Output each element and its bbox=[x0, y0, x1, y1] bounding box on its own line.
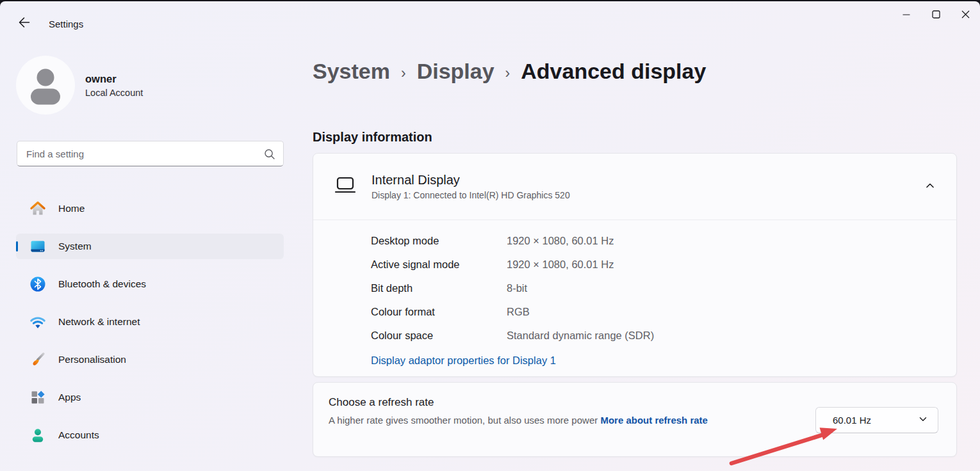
paintbrush-icon bbox=[29, 351, 47, 369]
apps-icon bbox=[29, 388, 47, 406]
refresh-rate-description-text: A higher rate gives smoother motion, but… bbox=[329, 415, 598, 426]
selection-accent-pill bbox=[16, 241, 18, 251]
sidebar-item-label: Bluetooth & devices bbox=[58, 278, 146, 290]
chevron-up-icon bbox=[924, 179, 936, 195]
person-icon bbox=[16, 54, 75, 116]
back-button[interactable] bbox=[12, 12, 37, 35]
sidebar-nav: Home System Bluetooth & devices bbox=[16, 196, 284, 460]
wifi-icon bbox=[29, 313, 47, 331]
settings-window: Settings owner Local Account bbox=[0, 1, 980, 471]
display-information-card: Internal Display Display 1: Connected to… bbox=[313, 153, 957, 377]
laptop-display-icon bbox=[334, 176, 357, 198]
detail-value: Standard dynamic range (SDR) bbox=[507, 330, 654, 342]
bluetooth-icon bbox=[29, 275, 47, 293]
more-about-refresh-rate-link[interactable]: More about refresh rate bbox=[600, 415, 708, 426]
breadcrumb-display[interactable]: Display bbox=[417, 59, 494, 84]
sidebar-item-bluetooth-devices[interactable]: Bluetooth & devices bbox=[16, 271, 284, 297]
detail-value: 8-bit bbox=[507, 282, 527, 294]
chevron-down-icon bbox=[917, 413, 929, 427]
accounts-icon bbox=[29, 426, 47, 444]
breadcrumb-separator: › bbox=[505, 61, 510, 82]
sidebar-item-apps[interactable]: Apps bbox=[16, 385, 284, 410]
breadcrumb-separator: › bbox=[401, 61, 406, 82]
account-type: Local Account bbox=[85, 88, 143, 98]
sidebar-item-label: Home bbox=[58, 203, 85, 214]
detail-label: Colour space bbox=[371, 330, 507, 342]
search-icon bbox=[264, 148, 275, 163]
detail-label: Desktop mode bbox=[371, 235, 507, 247]
sidebar-item-label: System bbox=[58, 241, 92, 252]
search-box bbox=[17, 141, 284, 166]
sidebar-item-label: Apps bbox=[58, 392, 81, 403]
refresh-rate-description: A higher rate gives smoother motion, but… bbox=[329, 413, 778, 428]
detail-row-bit-depth: Bit depth 8-bit bbox=[371, 276, 956, 300]
display-adaptor-properties-link[interactable]: Display adaptor properties for Display 1 bbox=[371, 355, 556, 367]
sidebar-item-label: Accounts bbox=[58, 429, 99, 441]
display-card-subtitle: Display 1: Connected to Intel(R) HD Grap… bbox=[372, 190, 570, 200]
detail-row-colour-space: Colour space Standard dynamic range (SDR… bbox=[371, 324, 956, 347]
detail-value: RGB bbox=[507, 306, 530, 318]
refresh-rate-value: 60.01 Hz bbox=[833, 415, 871, 426]
detail-row-active-signal-mode: Active signal mode 1920 × 1080, 60.01 Hz bbox=[371, 253, 956, 276]
refresh-rate-dropdown[interactable]: 60.01 Hz bbox=[815, 407, 938, 433]
app-title: Settings bbox=[49, 19, 83, 29]
breadcrumb-system[interactable]: System bbox=[313, 59, 390, 84]
system-icon bbox=[29, 237, 47, 255]
detail-row-colour-format: Colour format RGB bbox=[371, 300, 956, 324]
account-name: owner bbox=[85, 73, 143, 85]
sidebar-item-personalisation[interactable]: Personalisation bbox=[16, 347, 284, 372]
detail-label: Active signal mode bbox=[371, 259, 507, 271]
home-icon bbox=[29, 200, 47, 218]
avatar bbox=[16, 56, 75, 115]
close-icon bbox=[961, 10, 970, 21]
sidebar-item-system[interactable]: System bbox=[16, 234, 284, 259]
breadcrumb: System › Display › Advanced display bbox=[313, 59, 706, 84]
sidebar-item-home[interactable]: Home bbox=[16, 196, 284, 221]
detail-label: Colour format bbox=[371, 306, 507, 318]
sidebar-item-network-internet[interactable]: Network & internet bbox=[16, 309, 284, 335]
refresh-rate-card: Choose a refresh rate A higher rate give… bbox=[313, 382, 957, 457]
sidebar-item-label: Network & internet bbox=[58, 316, 140, 328]
display-card-title: Internal Display bbox=[372, 173, 570, 188]
collapse-button[interactable] bbox=[919, 176, 941, 198]
main-content: System › Display › Advanced display Disp… bbox=[313, 1, 957, 471]
section-heading: Display information bbox=[313, 130, 432, 145]
page-title: Advanced display bbox=[521, 59, 706, 84]
detail-value: 1920 × 1080, 60.01 Hz bbox=[507, 259, 614, 271]
back-arrow-icon bbox=[17, 15, 31, 32]
detail-row-desktop-mode: Desktop mode 1920 × 1080, 60.01 Hz bbox=[371, 229, 956, 253]
account-header[interactable]: owner Local Account bbox=[16, 56, 143, 115]
search-input[interactable] bbox=[17, 141, 283, 166]
sidebar-item-accounts[interactable]: Accounts bbox=[16, 422, 284, 448]
detail-value: 1920 × 1080, 60.01 Hz bbox=[507, 235, 614, 247]
internal-display-header[interactable]: Internal Display Display 1: Connected to… bbox=[313, 154, 956, 220]
detail-label: Bit depth bbox=[371, 282, 507, 294]
sidebar-item-label: Personalisation bbox=[58, 354, 126, 365]
